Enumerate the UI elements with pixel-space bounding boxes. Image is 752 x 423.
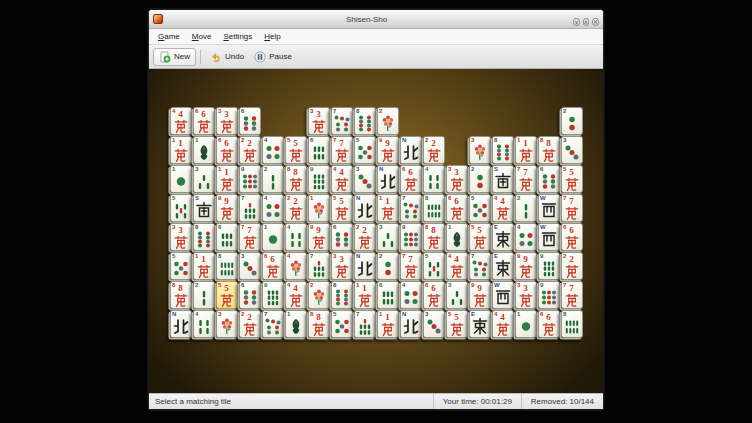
tile-s9[interactable]: 9 xyxy=(538,252,560,280)
tile-s9[interactable]: 9 xyxy=(308,165,330,193)
tile-p6[interactable]: 6 xyxy=(239,281,261,309)
tile-p3[interactable]: 3 xyxy=(354,165,376,193)
tile-m7[interactable]: 77 xyxy=(331,136,353,164)
tile-m2[interactable]: 22 xyxy=(354,223,376,251)
tile-m3[interactable]: 33 xyxy=(308,107,330,135)
tile-m6[interactable]: 66 xyxy=(561,223,583,251)
tile-s1[interactable]: 1 xyxy=(285,310,307,338)
tile-m6[interactable]: 66 xyxy=(216,136,238,164)
tile-s3[interactable]: 3 xyxy=(377,223,399,251)
tile-m1[interactable]: 11 xyxy=(377,194,399,222)
tile-m9[interactable]: 99 xyxy=(377,136,399,164)
tile-m4[interactable]: 44 xyxy=(492,310,514,338)
menu-help[interactable]: Help xyxy=(258,31,286,42)
tile-f4[interactable]: 4 xyxy=(285,252,307,280)
tile-m7[interactable]: 77 xyxy=(561,194,583,222)
tile-s5[interactable]: 5 xyxy=(423,252,445,280)
tile-s8[interactable]: 8 xyxy=(561,310,583,338)
tile-s4[interactable]: 4 xyxy=(423,165,445,193)
tile-p5[interactable]: 5 xyxy=(354,136,376,164)
tile-m3[interactable]: 33 xyxy=(216,107,238,135)
tile-p9[interactable]: 9 xyxy=(239,165,261,193)
tile-p8[interactable]: 8 xyxy=(354,107,376,135)
tile-p5[interactable]: 5 xyxy=(469,194,491,222)
tile-m1[interactable]: 11 xyxy=(170,136,192,164)
tile-m6[interactable]: 66 xyxy=(423,281,445,309)
tile-p4[interactable]: 4 xyxy=(400,281,422,309)
tile-m7[interactable]: 77 xyxy=(400,252,422,280)
tile-p9[interactable]: 9 xyxy=(400,223,422,251)
menu-game[interactable]: Game xyxy=(152,31,186,42)
tile-s4[interactable]: 4 xyxy=(193,310,215,338)
tile-p6[interactable]: 6 xyxy=(239,107,261,135)
tile-p4[interactable]: 4 xyxy=(262,136,284,164)
tile-s4[interactable]: 4 xyxy=(285,223,307,251)
tile-s6[interactable]: 6 xyxy=(377,281,399,309)
tile-m5[interactable]: 55 xyxy=(331,194,353,222)
tile-p6[interactable]: 6 xyxy=(331,223,353,251)
tile-wn[interactable]: N xyxy=(170,310,192,338)
tile-p3[interactable]: 3 xyxy=(239,252,261,280)
tile-m3[interactable]: 33 xyxy=(515,281,537,309)
pause-button[interactable]: Pause xyxy=(249,49,297,65)
tile-p6[interactable]: 6 xyxy=(538,165,560,193)
maximize-button[interactable]: ∧ xyxy=(583,18,589,26)
tile-s6[interactable]: 6 xyxy=(308,136,330,164)
tile-f3[interactable]: 3 xyxy=(469,136,491,164)
tile-we[interactable]: E xyxy=(469,310,491,338)
tile-m2[interactable]: 22 xyxy=(239,310,261,338)
tile-m9[interactable]: 99 xyxy=(469,281,491,309)
tile-ws[interactable]: S xyxy=(193,194,215,222)
tile-ww[interactable]: W xyxy=(492,281,514,309)
tile-p9[interactable]: 9 xyxy=(538,281,560,309)
tile-s3[interactable]: 3 xyxy=(193,165,215,193)
tile-p8[interactable]: 8 xyxy=(193,223,215,251)
tile-m4[interactable]: 44 xyxy=(170,107,192,135)
tile-m7[interactable]: 77 xyxy=(561,281,583,309)
tile-s7[interactable]: 7 xyxy=(308,252,330,280)
tile-m9[interactable]: 99 xyxy=(515,252,537,280)
tile-f1[interactable]: 1 xyxy=(308,194,330,222)
tile-m6[interactable]: 66 xyxy=(193,107,215,135)
tile-m4[interactable]: 44 xyxy=(331,165,353,193)
tile-wn[interactable]: N xyxy=(400,310,422,338)
tile-s1[interactable]: 1 xyxy=(193,136,215,164)
tile-ww[interactable]: W xyxy=(538,223,560,251)
tile-s5[interactable]: 5 xyxy=(170,194,192,222)
tile-we[interactable]: E xyxy=(492,252,514,280)
tile-m1[interactable]: 11 xyxy=(193,252,215,280)
tile-p7[interactable]: 7 xyxy=(262,310,284,338)
tile-p7[interactable]: 7 xyxy=(469,252,491,280)
menu-move[interactable]: Move xyxy=(186,31,218,42)
tile-p5[interactable]: 5 xyxy=(170,252,192,280)
tile-s1[interactable]: 1 xyxy=(446,223,468,251)
tile-s2[interactable]: 2 xyxy=(193,281,215,309)
tile-m1[interactable]: 11 xyxy=(377,310,399,338)
tile-p7[interactable]: 7 xyxy=(400,194,422,222)
tile-m8[interactable]: 88 xyxy=(308,310,330,338)
tile-m7[interactable]: 77 xyxy=(515,165,537,193)
menu-settings[interactable]: Settings xyxy=(217,31,258,42)
tile-f3[interactable]: 3 xyxy=(216,310,238,338)
tile-m6[interactable]: 66 xyxy=(446,194,468,222)
tile-p2[interactable]: 2 xyxy=(561,107,583,135)
tile-m5[interactable]: 55 xyxy=(561,165,583,193)
tile-s6[interactable]: 6 xyxy=(216,223,238,251)
tile-p1[interactable]: 1 xyxy=(262,223,284,251)
tile-s9[interactable]: 9 xyxy=(262,281,284,309)
tile-m6[interactable]: 66 xyxy=(262,252,284,280)
titlebar[interactable]: Shisen-Sho ∨∧✕ xyxy=(149,10,603,29)
tile-m5[interactable]: 55 xyxy=(285,136,307,164)
tile-p8[interactable]: 8 xyxy=(492,136,514,164)
tile-p2[interactable]: 2 xyxy=(469,165,491,193)
tile-s8[interactable]: 8 xyxy=(423,194,445,222)
tile-ww[interactable]: W xyxy=(538,194,560,222)
tile-s7[interactable]: 7 xyxy=(354,310,376,338)
tile-m3[interactable]: 33 xyxy=(331,252,353,280)
tile-m8[interactable]: 88 xyxy=(285,165,307,193)
tile-f2[interactable]: 2 xyxy=(308,281,330,309)
tile-m2[interactable]: 22 xyxy=(423,136,445,164)
tile-wn[interactable]: N xyxy=(377,165,399,193)
tile-we[interactable]: E xyxy=(492,223,514,251)
tile-p7[interactable]: 7 xyxy=(331,107,353,135)
